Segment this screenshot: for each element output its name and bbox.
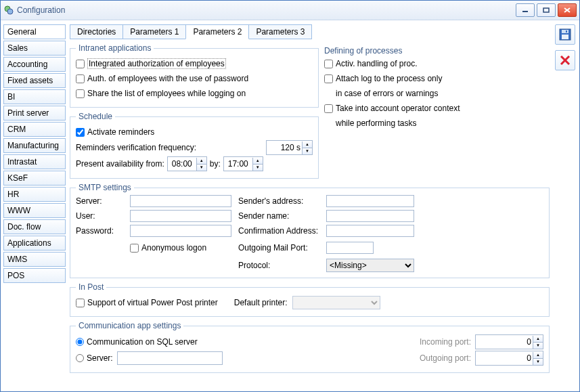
window-title: Configuration: [17, 5, 516, 15]
proc-attach-label2: in case of errors or warnings: [336, 89, 438, 98]
tab-parameters-3[interactable]: Parameters 3: [248, 24, 312, 39]
smtp-senderaddr-input[interactable]: [326, 195, 414, 207]
comm-inport-spinner[interactable]: ▲▼: [475, 334, 543, 349]
smtp-pass-input[interactable]: [130, 225, 231, 237]
sidebar-item-manufacturing[interactable]: Manufacturing: [3, 138, 66, 153]
main-panel: DirectoriesParameters 1Parameters 2Param…: [68, 20, 551, 391]
proc-context-check[interactable]: [324, 104, 333, 113]
save-button[interactable]: [555, 24, 575, 45]
smtp-anon-label: Anonymous logon: [141, 243, 206, 253]
sidebar-item-accounting[interactable]: Accounting: [3, 57, 66, 72]
comm-inport-input[interactable]: [476, 336, 533, 348]
schedule-group: Schedule Activate reminders Reminders ve…: [70, 112, 319, 179]
smtp-confirm-input[interactable]: [326, 225, 414, 237]
schedule-from-spinner[interactable]: ▲▼: [167, 156, 207, 171]
sidebar-item-bi[interactable]: BI: [3, 89, 66, 104]
cancel-button[interactable]: [555, 50, 575, 70]
schedule-freq-label: Reminders verification frequency:: [76, 143, 266, 152]
maximize-button[interactable]: [537, 3, 556, 17]
smtp-user-label: User:: [76, 211, 123, 221]
floppy-icon: [559, 28, 571, 41]
schedule-freq-input[interactable]: [267, 141, 302, 154]
schedule-from-input[interactable]: [168, 158, 196, 170]
svg-rect-8: [562, 35, 568, 39]
sidebar-item-hr[interactable]: HR: [3, 187, 66, 202]
intranet-share-label: Share the list of employees while loggin…: [87, 89, 246, 98]
sidebar-item-crm[interactable]: CRM: [3, 122, 66, 137]
intranet-authpw-check[interactable]: [76, 74, 85, 83]
spin-down-icon[interactable]: ▼: [302, 148, 312, 154]
configuration-window: Configuration GeneralSalesAccountingFixe…: [0, 0, 580, 392]
close-icon: [560, 55, 571, 66]
comm-inport-label: Incoming port:: [410, 337, 471, 347]
proc-context-label2: while performing tasks: [336, 118, 416, 128]
comm-sql-radio[interactable]: [76, 338, 84, 346]
spin-down-icon[interactable]: ▼: [533, 359, 543, 365]
tab-parameters-1[interactable]: Parameters 1: [122, 24, 186, 39]
inpost-default-label: Default printer:: [234, 298, 288, 307]
smtp-group: SMTP settings Server: Sender's address: …: [70, 183, 550, 278]
processes-legend: Defining of processes: [324, 46, 550, 56]
smtp-port-input[interactable]: [326, 242, 374, 254]
schedule-activate-check[interactable]: [76, 128, 85, 137]
sidebar-item-ksef[interactable]: KSeF: [3, 171, 66, 186]
inpost-default-select[interactable]: [292, 296, 380, 309]
comm-outport-label: Outgoing port:: [410, 353, 471, 363]
intranet-integrated-check[interactable]: [76, 60, 85, 68]
intranet-legend: Intranet applications: [76, 43, 154, 53]
proc-attach-label1: Attach log to the process only: [336, 74, 442, 83]
intranet-share-check[interactable]: [76, 89, 85, 98]
spin-down-icon[interactable]: ▼: [196, 165, 206, 171]
minimize-button[interactable]: [516, 3, 535, 17]
intranet-integrated-label: Integrated authorization of employees: [87, 58, 226, 69]
intranet-group: Intranet applications Integrated authori…: [70, 43, 319, 108]
sidebar-item-wms[interactable]: WMS: [3, 252, 66, 267]
smtp-port-label: Outgoing Mail Port:: [238, 243, 319, 253]
sidebar-item-print-server[interactable]: Print server: [3, 106, 66, 121]
smtp-anon-check[interactable]: [130, 244, 139, 253]
sidebar-item-fixed-assets[interactable]: Fixed assets: [3, 73, 66, 88]
smtp-sendername-input[interactable]: [326, 210, 414, 222]
schedule-legend: Schedule: [76, 112, 115, 121]
sidebar-item-sales[interactable]: Sales: [3, 41, 66, 56]
schedule-freq-spinner[interactable]: ▲▼: [266, 140, 313, 155]
tab-parameters-2[interactable]: Parameters 2: [185, 24, 249, 39]
right-toolbar: [551, 20, 579, 391]
smtp-user-input[interactable]: [130, 210, 231, 222]
smtp-sendername-label: Sender name:: [238, 211, 319, 221]
proc-attach-check[interactable]: [324, 74, 333, 83]
sidebar-item-pos[interactable]: POS: [3, 268, 66, 283]
schedule-to-input[interactable]: [224, 158, 252, 170]
spin-up-icon[interactable]: ▲: [252, 158, 263, 165]
sidebar-item-general[interactable]: General: [3, 24, 66, 39]
sidebar-item-doc-flow[interactable]: Doc. flow: [3, 219, 66, 234]
smtp-confirm-label: Confirmation Address:: [238, 226, 319, 236]
inpost-support-check[interactable]: [76, 299, 85, 307]
smtp-legend: SMTP settings: [76, 183, 134, 192]
comm-outport-input[interactable]: [476, 352, 533, 364]
spin-down-icon[interactable]: ▼: [533, 343, 543, 349]
proc-activ-check[interactable]: [324, 60, 333, 68]
comm-server-radio[interactable]: [76, 354, 84, 362]
smtp-server-input[interactable]: [130, 195, 231, 207]
svg-point-1: [7, 9, 13, 14]
spin-up-icon[interactable]: ▲: [533, 352, 543, 359]
spin-up-icon[interactable]: ▲: [302, 141, 312, 148]
close-button[interactable]: [558, 3, 577, 17]
spin-down-icon[interactable]: ▼: [252, 165, 263, 171]
schedule-activate-label: Activate reminders: [87, 127, 154, 137]
app-icon: [3, 5, 14, 16]
sidebar-item-www[interactable]: WWW: [3, 203, 66, 218]
smtp-proto-select[interactable]: <Missing>: [326, 259, 414, 272]
smtp-proto-label: Protocol:: [238, 261, 319, 270]
spin-up-icon[interactable]: ▲: [196, 158, 206, 165]
comm-server-input[interactable]: [117, 351, 223, 365]
comm-outport-spinner[interactable]: ▲▼: [475, 351, 543, 366]
schedule-by-label: by:: [210, 159, 221, 169]
sidebar-item-intrastat[interactable]: Intrastat: [3, 154, 66, 169]
spin-up-icon[interactable]: ▲: [533, 336, 543, 343]
tab-directories[interactable]: Directories: [70, 24, 123, 39]
sidebar-item-applications[interactable]: Applications: [3, 236, 66, 251]
smtp-server-label: Server:: [76, 196, 123, 206]
schedule-to-spinner[interactable]: ▲▼: [223, 156, 263, 171]
